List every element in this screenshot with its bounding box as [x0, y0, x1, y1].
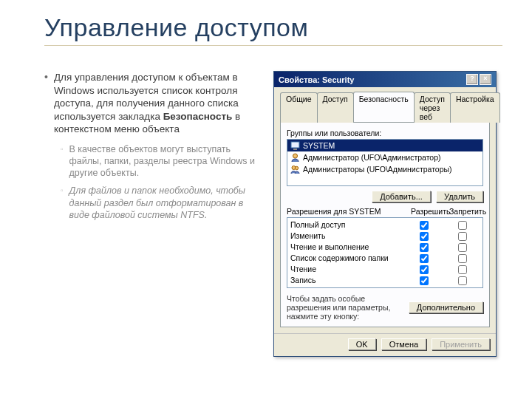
- permissions-header: Разрешения для SYSTEM Разрешить Запретит…: [287, 207, 483, 216]
- list-item[interactable]: Администратор (UFO\Администратор): [287, 151, 482, 163]
- permission-checkboxes: [407, 264, 480, 275]
- ok-button[interactable]: OK: [348, 338, 376, 350]
- sub-bullet-2-text: Для файлов и папок необходимо, чтобы дан…: [69, 185, 259, 221]
- apply-button[interactable]: Применить: [432, 338, 490, 350]
- right-column: Свойства: Security ? × Общие Доступ Безо…: [273, 71, 497, 357]
- permissions-list: Полный доступИзменитьЧтение и выполнение…: [287, 217, 483, 288]
- user-icon: [290, 152, 300, 163]
- properties-dialog: Свойства: Security ? × Общие Доступ Безо…: [273, 71, 497, 357]
- permission-name: Список содержимого папки: [290, 253, 389, 264]
- svg-rect-0: [291, 142, 299, 148]
- permission-row: Чтение: [290, 264, 480, 275]
- add-button[interactable]: Добавить...: [372, 191, 431, 202]
- allow-checkbox[interactable]: [420, 243, 429, 252]
- groups-listbox[interactable]: SYSTEM Администратор (UFO\Администратор): [287, 139, 483, 186]
- groups-label: Группы или пользователи:: [287, 129, 483, 137]
- permission-name: Полный доступ: [290, 219, 346, 231]
- permission-row: Чтение и выполнение: [290, 242, 480, 253]
- list-item-label: Администратор (UFO\Администратор): [303, 153, 441, 162]
- svg-point-4: [295, 166, 298, 169]
- deny-checkbox[interactable]: [458, 232, 467, 241]
- col-deny: Запретить: [449, 207, 483, 216]
- group-button-row: Добавить... Удалить: [287, 191, 483, 202]
- sub-bullet-1-text: В качестве объектов могут выступать файл…: [69, 143, 259, 180]
- permission-name: Чтение: [290, 264, 316, 275]
- tab-general[interactable]: Общие: [280, 92, 318, 123]
- permission-row: Список содержимого папки: [290, 253, 480, 264]
- permission-checkboxes: [407, 275, 480, 286]
- permission-checkboxes: [407, 242, 480, 253]
- deny-checkbox[interactable]: [458, 254, 467, 263]
- bullet-1: • Для управления доступом к объектам в W…: [44, 71, 259, 136]
- permission-name: Изменить: [290, 231, 325, 242]
- svg-rect-1: [293, 149, 297, 150]
- permission-row: Изменить: [290, 231, 480, 242]
- deny-checkbox[interactable]: [458, 276, 467, 285]
- sub-bullet-1: ▫ В качестве объектов могут выступать фа…: [61, 143, 259, 180]
- permission-checkboxes: [407, 253, 480, 264]
- content-area: • Для управления доступом к объектам в W…: [44, 71, 502, 357]
- permission-columns: Разрешить Запретить: [411, 207, 483, 216]
- computer-icon: [290, 140, 300, 151]
- deny-checkbox[interactable]: [458, 221, 467, 230]
- advanced-button[interactable]: Дополнительно: [409, 301, 483, 313]
- bullet-1-bold: Безопасность: [163, 111, 233, 122]
- tab-customize[interactable]: Настройка: [450, 92, 500, 123]
- left-column: • Для управления доступом к объектам в W…: [44, 71, 259, 357]
- tab-sharing[interactable]: Доступ: [317, 92, 354, 123]
- dialog-body: Общие Доступ Безопасность Доступ через в…: [274, 87, 496, 333]
- security-panel: Группы или пользователи: SYSTEM: [280, 123, 490, 327]
- sub-bullet-2: ▫ Для файлов и папок необходимо, чтобы д…: [61, 185, 259, 221]
- allow-checkbox[interactable]: [420, 265, 429, 274]
- tabs: Общие Доступ Безопасность Доступ через в…: [280, 92, 490, 123]
- close-icon[interactable]: ×: [480, 74, 491, 85]
- col-allow: Разрешить: [411, 207, 445, 216]
- page-title: Управление доступом: [44, 13, 502, 42]
- users-group-icon: [290, 164, 300, 174]
- dialog-titlebar: Свойства: Security ? ×: [274, 72, 496, 87]
- bullet-1-text: Для управления доступом к объектам в Win…: [54, 71, 259, 136]
- allow-checkbox[interactable]: [420, 232, 429, 241]
- title-rule: [44, 45, 502, 46]
- tab-web-sharing[interactable]: Доступ через веб: [414, 92, 451, 123]
- remove-button[interactable]: Удалить: [436, 191, 483, 202]
- permission-row: Полный доступ: [290, 219, 480, 231]
- allow-checkbox[interactable]: [420, 254, 429, 263]
- cancel-button[interactable]: Отмена: [381, 338, 426, 350]
- titlebar-buttons: ? ×: [466, 74, 491, 85]
- list-item[interactable]: SYSTEM: [287, 140, 482, 151]
- list-item-label: Администраторы (UFO\Администраторы): [303, 165, 452, 174]
- permission-checkboxes: [407, 231, 480, 242]
- square-bullet-icon: ▫: [61, 143, 64, 180]
- advanced-note: Чтобы задать особые разрешения или парам…: [287, 294, 401, 321]
- deny-checkbox[interactable]: [458, 243, 467, 252]
- dialog-footer: OK Отмена Применить: [274, 333, 496, 356]
- permission-row: Запись: [290, 275, 480, 286]
- help-icon[interactable]: ?: [466, 74, 478, 85]
- square-bullet-icon: ▫: [61, 185, 64, 221]
- permissions-title: Разрешения для SYSTEM: [287, 207, 381, 216]
- advanced-note-row: Чтобы задать особые разрешения или парам…: [287, 294, 483, 321]
- list-item-label: SYSTEM: [303, 141, 335, 150]
- slide: Управление доступом • Для управления дос…: [0, 0, 532, 399]
- permission-name: Запись: [290, 275, 316, 286]
- tab-security[interactable]: Безопасность: [353, 92, 415, 122]
- permission-checkboxes: [407, 219, 480, 231]
- allow-checkbox[interactable]: [420, 276, 429, 285]
- bullet-dot-icon: •: [44, 71, 48, 136]
- list-item[interactable]: Администраторы (UFO\Администраторы): [287, 163, 482, 175]
- allow-checkbox[interactable]: [420, 221, 429, 230]
- dialog-title: Свойства: Security: [279, 75, 354, 84]
- svg-point-2: [293, 154, 297, 158]
- permission-name: Чтение и выполнение: [290, 242, 369, 253]
- deny-checkbox[interactable]: [458, 265, 467, 274]
